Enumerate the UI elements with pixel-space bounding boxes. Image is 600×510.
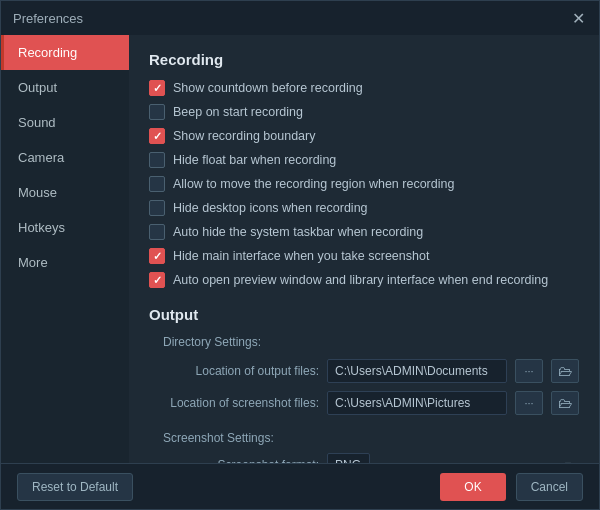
chevron-down-icon: ▾ xyxy=(565,458,571,463)
checkbox-main-interface: Hide main interface when you take screen… xyxy=(149,248,579,264)
screenshot-files-dots-button[interactable]: ··· xyxy=(515,391,543,415)
sidebar-item-output[interactable]: Output xyxy=(1,70,129,105)
screenshot-title: Screenshot Settings: xyxy=(163,431,579,445)
output-files-dots-button[interactable]: ··· xyxy=(515,359,543,383)
output-files-label: Location of output files: xyxy=(149,364,319,378)
checkbox-float-bar-label: Hide float bar when recording xyxy=(173,153,336,167)
preferences-dialog: Preferences ✕ Recording Output Sound Cam… xyxy=(0,0,600,510)
checkbox-float-bar: Hide float bar when recording xyxy=(149,152,579,168)
output-title: Output xyxy=(149,306,579,323)
checkbox-auto-preview: Auto open preview window and library int… xyxy=(149,272,579,288)
screenshot-files-input[interactable] xyxy=(327,391,507,415)
checkbox-countdown-label: Show countdown before recording xyxy=(173,81,363,95)
checkbox-main-interface-label: Hide main interface when you take screen… xyxy=(173,249,429,263)
format-select-wrapper: PNG JPG BMP GIF ▾ xyxy=(327,453,579,463)
checkbox-boundary-box[interactable] xyxy=(149,128,165,144)
checkbox-move-region: Allow to move the recording region when … xyxy=(149,176,579,192)
checkbox-float-bar-box[interactable] xyxy=(149,152,165,168)
checkbox-countdown-box[interactable] xyxy=(149,80,165,96)
checkbox-auto-preview-label: Auto open preview window and library int… xyxy=(173,273,548,287)
checkbox-taskbar-label: Auto hide the system taskbar when record… xyxy=(173,225,423,239)
reset-button[interactable]: Reset to Default xyxy=(17,473,133,501)
checkbox-move-region-box[interactable] xyxy=(149,176,165,192)
sidebar-item-more[interactable]: More xyxy=(1,245,129,280)
output-files-folder-button[interactable]: 🗁 xyxy=(551,359,579,383)
dialog-title: Preferences xyxy=(13,11,83,26)
ok-button[interactable]: OK xyxy=(440,473,505,501)
checkbox-countdown: Show countdown before recording xyxy=(149,80,579,96)
cancel-button[interactable]: Cancel xyxy=(516,473,583,501)
checkbox-desktop-icons: Hide desktop icons when recording xyxy=(149,200,579,216)
main-content: Recording Output Sound Camera Mouse Hotk… xyxy=(1,35,599,463)
checkbox-auto-preview-box[interactable] xyxy=(149,272,165,288)
screenshot-files-folder-button[interactable]: 🗁 xyxy=(551,391,579,415)
checkbox-desktop-icons-box[interactable] xyxy=(149,200,165,216)
output-files-row: Location of output files: ··· 🗁 xyxy=(149,359,579,383)
output-files-input[interactable] xyxy=(327,359,507,383)
format-select[interactable]: PNG JPG BMP GIF xyxy=(327,453,370,463)
checkbox-main-interface-box[interactable] xyxy=(149,248,165,264)
checkbox-desktop-icons-label: Hide desktop icons when recording xyxy=(173,201,368,215)
checkbox-move-region-label: Allow to move the recording region when … xyxy=(173,177,454,191)
title-bar: Preferences ✕ xyxy=(1,1,599,35)
footer: Reset to Default OK Cancel xyxy=(1,463,599,509)
checkbox-boundary: Show recording boundary xyxy=(149,128,579,144)
sidebar-item-hotkeys[interactable]: Hotkeys xyxy=(1,210,129,245)
checkbox-taskbar: Auto hide the system taskbar when record… xyxy=(149,224,579,240)
screenshot-files-row: Location of screenshot files: ··· 🗁 xyxy=(149,391,579,415)
sidebar-item-mouse[interactable]: Mouse xyxy=(1,175,129,210)
recording-title: Recording xyxy=(149,51,579,68)
sidebar: Recording Output Sound Camera Mouse Hotk… xyxy=(1,35,129,463)
footer-right: OK Cancel xyxy=(440,473,583,501)
directory-title: Directory Settings: xyxy=(163,335,579,349)
content-area: Recording Show countdown before recordin… xyxy=(129,35,599,463)
checkbox-beep: Beep on start recording xyxy=(149,104,579,120)
screenshot-section: Screenshot Settings: Screenshot format: … xyxy=(149,431,579,463)
close-button[interactable]: ✕ xyxy=(569,9,587,27)
checkbox-boundary-label: Show recording boundary xyxy=(173,129,315,143)
sidebar-item-recording[interactable]: Recording xyxy=(1,35,129,70)
output-section: Output Directory Settings: Location of o… xyxy=(149,306,579,415)
sidebar-item-camera[interactable]: Camera xyxy=(1,140,129,175)
checkbox-taskbar-box[interactable] xyxy=(149,224,165,240)
sidebar-item-sound[interactable]: Sound xyxy=(1,105,129,140)
checkbox-beep-label: Beep on start recording xyxy=(173,105,303,119)
screenshot-files-label: Location of screenshot files: xyxy=(149,396,319,410)
format-row: Screenshot format: PNG JPG BMP GIF ▾ xyxy=(149,453,579,463)
checkbox-beep-box[interactable] xyxy=(149,104,165,120)
